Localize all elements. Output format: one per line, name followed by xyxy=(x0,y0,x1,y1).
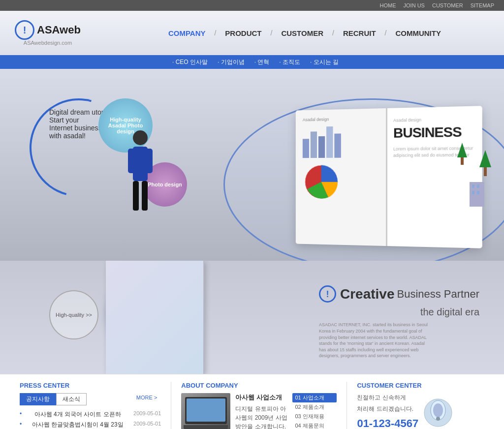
high-quality-circle[interactable]: High-quality >> xyxy=(49,290,98,339)
press-item-2[interactable]: 아사웹 한글맞춤법시험이 4월 23일 2009-05-01 xyxy=(20,420,161,429)
about-menu-1[interactable]: 01 사업소개 xyxy=(292,393,337,402)
svg-rect-4 xyxy=(133,181,139,211)
header: ! ASAweb ASAwebdesign.com COMPANY / PROD… xyxy=(0,11,504,55)
top-link-sitemap[interactable]: SITEMAP xyxy=(471,2,494,8)
nav-product[interactable]: PRODUCT xyxy=(216,29,270,37)
press-list: 아사웹 4개 외국어 사이트 오픈하 2009-05-01 아사웹 한글맞춤법시… xyxy=(20,409,161,429)
about-desc: 디지털 유토피아 아사웹의 2009년 사업방안을 소개합니다. xyxy=(235,404,287,429)
press-tabs: 공지사항 새소식 MORE > xyxy=(20,393,161,405)
top-bar: HOME JOIN US CUSTOMER SITEMAP xyxy=(0,0,504,11)
nav-community[interactable]: COMMUNITY xyxy=(386,29,450,37)
about-text-block: 아사웹 사업소개 디지털 유토피아 아사웹의 2009년 사업방안을 소개합니다… xyxy=(235,393,287,429)
creative-section: ! Creative Business Partner the digital … xyxy=(319,285,479,359)
subnav-org[interactable]: · 조직도 xyxy=(279,58,300,66)
creative-rest: Business Partner xyxy=(397,288,479,301)
about-heading: 아사웹 사업소개 xyxy=(235,393,287,402)
svg-rect-8 xyxy=(461,157,464,165)
svg-marker-7 xyxy=(457,143,467,157)
main-nav: COMPANY / PRODUCT / CUSTOMER / RECRUIT /… xyxy=(120,29,489,37)
logo-icon: ! xyxy=(15,20,34,40)
top-link-home[interactable]: HOME xyxy=(380,2,396,8)
press-item-1[interactable]: 아사웹 4개 외국어 사이트 오픈하 2009-05-01 xyxy=(20,409,161,420)
logo-sub: ASAwebdesign.com xyxy=(24,40,72,46)
phone-icon xyxy=(423,398,453,429)
about-inner: 아사웹 사업소개 디지털 유토피아 아사웹의 2009년 사업방안을 소개합니다… xyxy=(181,393,337,429)
svg-rect-13 xyxy=(477,184,479,188)
person-silhouette xyxy=(126,128,155,216)
press-more[interactable]: MORE > xyxy=(132,393,161,405)
about-menu: 01 사업소개 02 제품소개 03 인재채용 04 제품문의 05 고객센터 xyxy=(292,393,337,429)
svg-rect-3 xyxy=(145,149,153,173)
subnav-vision[interactable]: · 기업이념 xyxy=(218,58,245,66)
decorative-elements xyxy=(450,118,499,218)
subnav-ceo[interactable]: · CEO 인사말 xyxy=(172,58,208,66)
book-left-sub: Asadal design xyxy=(303,116,378,122)
customer-phone: 01-123-4567 xyxy=(357,417,418,429)
creative-sub: the digital era xyxy=(319,306,479,318)
svg-rect-5 xyxy=(142,181,148,211)
svg-rect-2 xyxy=(128,149,135,173)
about-menu-3[interactable]: 03 인재채용 xyxy=(292,412,337,421)
svg-rect-14 xyxy=(472,191,474,194)
logo-brand: ASAweb xyxy=(37,24,81,36)
middle-section: High-quality >> ! Creative Business Part… xyxy=(0,261,504,374)
svg-rect-10 xyxy=(484,167,487,176)
nav-customer[interactable]: CUSTOMER xyxy=(272,29,332,37)
svg-point-18 xyxy=(433,403,443,417)
subnav-location[interactable]: · 오시는 길 xyxy=(310,58,339,66)
hero-section: Digital dream utopia Start your Internet… xyxy=(0,69,504,261)
svg-point-19 xyxy=(436,417,440,421)
svg-marker-9 xyxy=(479,150,491,167)
about-company: ABOUT COMPANY 아사웹 사업소개 디지털 유토피아 아사웹의 200… xyxy=(171,382,347,429)
customer-center: CUSTOMER CENTER 친절하고 신속하게 처리해 드리겠습니다. 01… xyxy=(347,382,484,429)
nav-company[interactable]: COMPANY xyxy=(159,29,215,37)
exclaim-icon: ! xyxy=(319,285,336,303)
tab-notice[interactable]: 공지사항 xyxy=(20,393,56,405)
subnav-history[interactable]: · 연혁 xyxy=(254,58,270,66)
creative-desc: ASADAC INTERNET, INC. started its busine… xyxy=(319,322,432,359)
about-laptop-img xyxy=(181,393,230,429)
customer-desc2: 처리해 드리겠습니다. xyxy=(357,404,418,413)
nav-recruit[interactable]: RECRUIT xyxy=(334,29,385,37)
about-menu-4[interactable]: 04 제품문의 xyxy=(292,421,337,429)
top-link-joinus[interactable]: JOIN US xyxy=(404,2,425,8)
brochure-left xyxy=(106,261,204,374)
svg-rect-12 xyxy=(472,184,474,188)
about-title: ABOUT COMPANY xyxy=(181,382,337,389)
svg-rect-15 xyxy=(477,191,479,194)
press-center: PRESS CENTER 공지사항 새소식 MORE > 아사웹 4개 외국어 … xyxy=(20,382,171,429)
sub-nav: · CEO 인사말 · 기업이념 · 연혁 · 조직도 · 오시는 길 xyxy=(0,55,504,69)
svg-point-0 xyxy=(133,130,148,145)
top-link-customer[interactable]: CUSTOMER xyxy=(432,2,463,8)
customer-title: CUSTOMER CENTER xyxy=(357,382,484,389)
about-menu-2[interactable]: 02 제품소개 xyxy=(292,402,337,412)
customer-desc1: 친절하고 신속하게 xyxy=(357,393,418,402)
creative-bold: Creative xyxy=(340,286,395,302)
logo: ! ASAweb ASAwebdesign.com xyxy=(15,20,81,46)
tab-news[interactable]: 새소식 xyxy=(56,393,87,405)
bottom-info: PRESS CENTER 공지사항 새소식 MORE > 아사웹 4개 외국어 … xyxy=(0,374,504,429)
press-title: PRESS CENTER xyxy=(20,382,161,389)
